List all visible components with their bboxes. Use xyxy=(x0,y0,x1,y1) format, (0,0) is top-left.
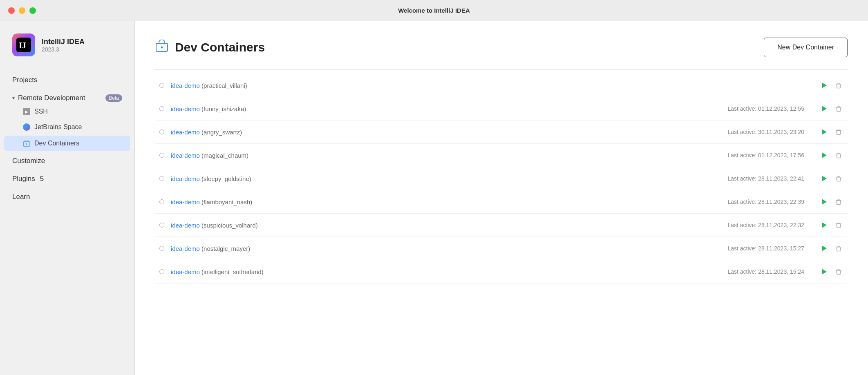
table-row: idea-demo (funny_ishizaka) Last active: … xyxy=(155,97,848,121)
container-name-link[interactable]: idea-demo xyxy=(171,175,200,182)
delete-button[interactable] xyxy=(834,127,843,137)
svg-marker-8 xyxy=(822,106,827,112)
container-name-suffix: (suspicious_volhard) xyxy=(201,222,258,229)
last-active-time: Last active: 01.12.2023, 12:55 xyxy=(690,105,804,112)
row-actions xyxy=(819,127,843,137)
container-name: idea-demo (magical_chaum) xyxy=(171,152,683,159)
delete-button[interactable] xyxy=(834,104,843,114)
container-name: idea-demo (sleepy_goldstine) xyxy=(171,175,683,182)
sidebar-item-learn[interactable]: Learn xyxy=(0,188,134,206)
container-name: idea-demo (nostalgic_mayer) xyxy=(171,245,683,252)
maximize-button[interactable] xyxy=(29,7,36,14)
status-indicator xyxy=(159,129,164,134)
container-name-suffix: (nostalgic_mayer) xyxy=(201,245,250,252)
run-button[interactable] xyxy=(819,267,829,277)
ssh-label: SSH xyxy=(34,108,48,115)
page-title: Dev Containers xyxy=(175,40,265,54)
svg-rect-7 xyxy=(836,84,841,85)
remote-dev-label: Remote Development xyxy=(18,94,85,102)
svg-rect-15 xyxy=(836,177,841,178)
last-active-time: Last active: 28.11.2023, 15:24 xyxy=(690,268,804,275)
sidebar-item-customize[interactable]: Customize xyxy=(0,152,134,170)
header-divider xyxy=(155,69,848,70)
container-name-suffix: (flamboyant_nash) xyxy=(201,199,252,205)
delete-button[interactable] xyxy=(834,220,843,230)
table-row: idea-demo (nostalgic_mayer) Last active:… xyxy=(155,237,848,260)
row-actions xyxy=(819,220,843,230)
app-logo: IJ xyxy=(12,33,35,56)
container-name: idea-demo (suspicious_volhard) xyxy=(171,222,683,229)
row-actions xyxy=(819,197,843,207)
dev-containers-icon xyxy=(23,140,30,147)
delete-button[interactable] xyxy=(834,80,843,90)
table-row: idea-demo (flamboyant_nash) Last active:… xyxy=(155,190,848,214)
last-active-time: Last active: 28.11.2023, 22:39 xyxy=(690,199,804,205)
row-actions xyxy=(819,150,843,160)
container-name-link[interactable]: idea-demo xyxy=(171,152,200,159)
new-dev-container-button[interactable]: New Dev Container xyxy=(764,38,848,57)
app-name-group: IntelliJ IDEA 2023.3 xyxy=(42,38,85,53)
status-indicator xyxy=(159,83,164,88)
delete-button[interactable] xyxy=(834,174,843,183)
row-actions xyxy=(819,243,843,253)
run-button[interactable] xyxy=(819,80,829,90)
learn-label: Learn xyxy=(12,193,30,201)
minimize-button[interactable] xyxy=(19,7,25,14)
close-button[interactable] xyxy=(8,7,15,14)
run-button[interactable] xyxy=(819,243,829,253)
container-list: idea-demo (practical_villani) xyxy=(155,74,848,283)
svg-rect-17 xyxy=(836,200,841,201)
ssh-icon: ▶ xyxy=(23,108,30,115)
window-title: Welcome to IntelliJ IDEA xyxy=(398,7,470,14)
app-version: 2023.3 xyxy=(42,46,85,53)
table-row: idea-demo (sleepy_goldstine) Last active… xyxy=(155,167,848,190)
run-button[interactable] xyxy=(819,197,829,207)
svg-marker-18 xyxy=(822,222,827,228)
delete-button[interactable] xyxy=(834,197,843,207)
delete-button[interactable] xyxy=(834,150,843,160)
sidebar-item-jetbrains-space[interactable]: JetBrains Space xyxy=(0,119,134,135)
svg-marker-12 xyxy=(822,152,827,158)
container-name-link[interactable]: idea-demo xyxy=(171,245,200,252)
container-name-link[interactable]: idea-demo xyxy=(171,129,200,136)
svg-marker-14 xyxy=(822,176,827,181)
sidebar-item-plugins[interactable]: Plugins 5 xyxy=(0,170,134,188)
container-name: idea-demo (funny_ishizaka) xyxy=(171,105,683,112)
svg-marker-6 xyxy=(822,83,827,88)
status-indicator xyxy=(159,246,164,251)
row-actions xyxy=(819,174,843,183)
sidebar-item-ssh[interactable]: ▶ SSH xyxy=(0,104,134,119)
run-button[interactable] xyxy=(819,174,829,183)
svg-rect-21 xyxy=(836,247,841,248)
container-name-link[interactable]: idea-demo xyxy=(171,199,200,205)
container-name-suffix: (sleepy_goldstine) xyxy=(201,175,251,182)
table-row: idea-demo (intelligent_sutherland) Last … xyxy=(155,260,848,283)
container-name-link[interactable]: idea-demo xyxy=(171,222,200,229)
run-button[interactable] xyxy=(819,104,829,114)
svg-marker-20 xyxy=(822,246,827,251)
container-name-link[interactable]: idea-demo xyxy=(171,105,200,112)
window-controls xyxy=(8,7,36,14)
app-info: IJ IntelliJ IDEA 2023.3 xyxy=(0,33,134,71)
container-name-link[interactable]: idea-demo xyxy=(171,268,200,275)
table-row: idea-demo (practical_villani) xyxy=(155,74,848,97)
jetbrains-space-icon xyxy=(23,123,30,131)
container-name-link[interactable]: idea-demo xyxy=(171,82,200,89)
run-button[interactable] xyxy=(819,220,829,230)
container-name: idea-demo (flamboyant_nash) xyxy=(171,199,683,205)
delete-button[interactable] xyxy=(834,267,843,277)
run-button[interactable] xyxy=(819,150,829,160)
sidebar-item-dev-containers[interactable]: Dev Containers xyxy=(4,136,130,151)
chevron-down-icon: ▾ xyxy=(12,95,15,101)
page-header: Dev Containers New Dev Container xyxy=(155,38,848,57)
container-name: idea-demo (angry_swartz) xyxy=(171,129,683,136)
sidebar-item-remote-development[interactable]: ▾ Remote Development Beta xyxy=(0,89,134,104)
projects-label: Projects xyxy=(12,76,37,84)
run-button[interactable] xyxy=(819,127,829,137)
dev-containers-label: Dev Containers xyxy=(34,140,79,147)
page-title-icon xyxy=(155,40,168,56)
svg-rect-11 xyxy=(836,130,841,131)
sidebar-item-projects[interactable]: Projects xyxy=(0,71,134,89)
delete-button[interactable] xyxy=(834,243,843,253)
row-actions xyxy=(819,80,843,90)
